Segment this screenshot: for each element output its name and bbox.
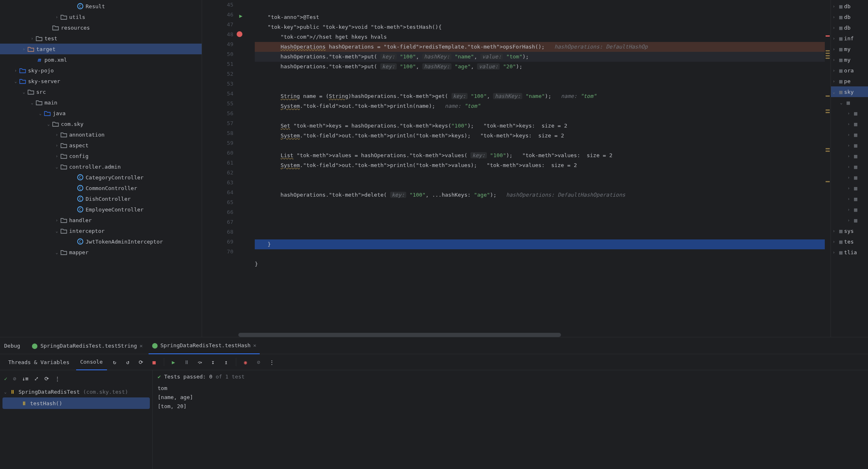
line-number[interactable]: 46▶ <box>202 10 233 20</box>
chevron-icon[interactable]: › <box>833 36 838 41</box>
line-number[interactable]: 65 <box>202 197 233 207</box>
db-tree-item[interactable]: ›▦db <box>831 12 868 22</box>
close-icon[interactable]: × <box>253 342 256 348</box>
overview-marker[interactable] <box>826 58 830 59</box>
line-number[interactable]: 66 <box>202 207 233 217</box>
code-line[interactable] <box>255 141 825 151</box>
code-line[interactable] <box>255 210 825 220</box>
db-tree-item[interactable]: ›▦db <box>831 1 868 12</box>
code-line[interactable]: System."tok-field">out."tok-meth">printl… <box>255 101 825 111</box>
db-tree-item[interactable]: ›▦inf <box>831 33 868 44</box>
tree-item[interactable]: mpom.xml <box>0 54 202 65</box>
db-tree-item[interactable]: ›▦my <box>831 54 868 65</box>
code-line[interactable]: "tok-com">//hset hget hkeys hvals <box>255 32 825 42</box>
overview-marker[interactable] <box>826 53 830 54</box>
chevron-icon[interactable] <box>70 238 77 245</box>
code-line[interactable] <box>255 249 825 259</box>
overview-marker[interactable] <box>826 95 830 97</box>
line-number[interactable]: 52 <box>202 69 233 79</box>
tree-item[interactable]: ⌄interceptor <box>0 225 202 236</box>
chevron-icon[interactable]: ⌄ <box>833 90 838 94</box>
chevron-icon[interactable]: › <box>833 239 838 244</box>
chevron-icon[interactable]: › <box>833 58 838 62</box>
line-number[interactable]: 55 <box>202 99 233 109</box>
db-tree-item[interactable]: ›▦ <box>831 151 868 161</box>
horizontal-scrollbar[interactable] <box>238 333 825 337</box>
chevron-icon[interactable]: › <box>833 229 838 233</box>
project-tree[interactable]: CResult›utilsresources›test›targetmpom.x… <box>0 0 202 337</box>
chevron-icon[interactable]: › <box>847 197 852 201</box>
overview-marker[interactable] <box>826 35 830 37</box>
rerun-icon[interactable]: ↻ <box>109 357 120 367</box>
chevron-icon[interactable]: ⌄ <box>29 99 35 106</box>
history-icon[interactable]: ⟳ <box>44 376 49 382</box>
tree-item[interactable]: CJwtTokenAdminInterceptor <box>0 236 202 247</box>
line-number[interactable]: 48 <box>202 30 233 39</box>
db-tree-item[interactable]: ›▦ <box>831 193 868 204</box>
chevron-icon[interactable]: › <box>833 26 838 30</box>
line-number[interactable]: 45 <box>202 0 233 10</box>
chevron-icon[interactable]: › <box>54 217 60 223</box>
code-line[interactable] <box>255 72 825 81</box>
test-child[interactable]: ⏸ testHash() <box>2 397 150 409</box>
chevron-icon[interactable]: › <box>847 186 852 190</box>
chevron-icon[interactable]: › <box>54 14 60 20</box>
line-number[interactable]: 62 <box>202 168 233 178</box>
db-tree-item[interactable]: ›▦my <box>831 44 868 54</box>
chevron-icon[interactable]: › <box>847 165 852 169</box>
debug-tab-testhash[interactable]: ⬤ SpringDataRedisTest.testHash × <box>149 337 260 354</box>
sort-icon[interactable]: ↓≡ <box>22 376 29 382</box>
line-number[interactable]: 61 <box>202 158 233 168</box>
overview-marker[interactable] <box>826 50 830 51</box>
chevron-icon[interactable]: › <box>833 47 838 51</box>
db-tree-item[interactable]: ⌄▦sky <box>831 86 868 97</box>
scrollbar-thumb[interactable] <box>238 333 561 337</box>
debug-tab-teststring[interactable]: ⬤ SpringDataRedisTest.testString × <box>28 337 146 354</box>
tree-item[interactable]: ›config <box>0 151 202 161</box>
line-number[interactable]: 54 <box>202 89 233 99</box>
chevron-icon[interactable]: ⌄ <box>37 110 44 116</box>
db-tree-item[interactable]: ›▦ <box>831 108 868 118</box>
tree-item[interactable]: CCommonController <box>0 183 202 193</box>
tree-item[interactable]: CResult <box>0 1 202 12</box>
tree-item[interactable]: CCategoryController <box>0 172 202 183</box>
db-tree-item[interactable]: ›▦ <box>831 161 868 172</box>
line-number[interactable]: 70 <box>202 247 233 257</box>
close-icon[interactable]: × <box>140 343 143 349</box>
tree-item[interactable]: resources <box>0 22 202 33</box>
line-number[interactable]: 51 <box>202 59 233 69</box>
line-number[interactable]: 56 <box>202 109 233 118</box>
line-number[interactable]: 69 <box>202 237 233 247</box>
line-number[interactable]: 59 <box>202 138 233 148</box>
tree-item[interactable]: ›annontation <box>0 129 202 140</box>
chevron-icon[interactable] <box>70 195 77 202</box>
overview-marker[interactable] <box>826 55 830 56</box>
code-line[interactable]: } <box>255 259 825 269</box>
db-tree-item[interactable]: ›▦tlia <box>831 247 868 258</box>
more-icon[interactable]: ⋮ <box>267 357 277 367</box>
line-number[interactable]: 53 <box>202 79 233 89</box>
chevron-icon[interactable]: › <box>833 79 838 84</box>
tree-item[interactable]: CDishController <box>0 193 202 204</box>
db-tree-item[interactable]: ›▦ <box>831 204 868 215</box>
tree-item[interactable]: ⌄java <box>0 108 202 118</box>
code-line[interactable] <box>255 111 825 121</box>
chevron-icon[interactable]: › <box>12 67 19 74</box>
code-line[interactable]: HashOperations hashOperations = "tok-fie… <box>255 42 825 52</box>
db-tree-item[interactable]: ›▦ <box>831 140 868 151</box>
code-line[interactable]: String name = (String)hashOperations."to… <box>255 91 825 101</box>
chevron-icon[interactable] <box>45 24 52 31</box>
code-line[interactable]: hashOperations."tok-meth">put( key: "100… <box>255 52 825 62</box>
chevron-icon[interactable]: › <box>29 35 35 42</box>
tree-item[interactable]: ⌄main <box>0 97 202 108</box>
threads-tab[interactable]: Threads & Variables <box>4 354 74 370</box>
code-line[interactable]: System."tok-field">out."tok-meth">printl… <box>255 131 825 141</box>
chevron-icon[interactable]: › <box>847 111 852 116</box>
mute-breakpoints-icon[interactable]: ⊘ <box>254 357 264 367</box>
chevron-icon[interactable]: ⌄ <box>840 100 845 105</box>
tree-item[interactable]: ⌄mapper <box>0 247 202 258</box>
db-tree-item[interactable]: ›▦ <box>831 129 868 140</box>
chevron-icon[interactable]: ⌄ <box>21 88 27 95</box>
chevron-icon[interactable]: ⌄ <box>54 249 60 255</box>
db-tree-item[interactable]: ›▦ <box>831 118 868 129</box>
